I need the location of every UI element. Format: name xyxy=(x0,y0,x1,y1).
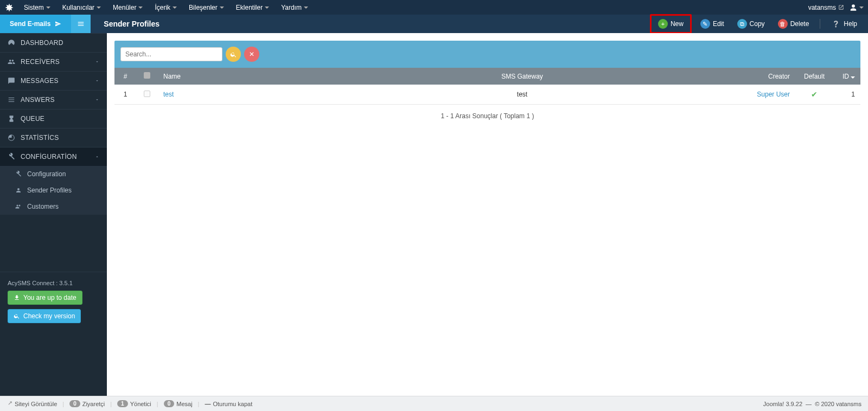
sidebar-item-label: QUEUE xyxy=(21,115,99,123)
menu-icerik[interactable]: İçerik xyxy=(149,2,182,14)
checkbox-all[interactable] xyxy=(144,72,150,79)
sidebar-sub-sender-profiles[interactable]: Sender Profiles xyxy=(0,182,107,198)
version-text: AcySMS Connect : 3.5.1 xyxy=(8,280,99,286)
profile-name-link[interactable]: test xyxy=(163,91,174,98)
user-icon xyxy=(850,4,857,11)
cell-gateway: test xyxy=(347,85,698,105)
send-icon xyxy=(55,21,61,27)
copy-icon: ⧉ xyxy=(737,19,747,29)
search-submit-button[interactable] xyxy=(226,47,241,62)
th-default[interactable]: Default xyxy=(795,68,833,85)
sidebar-sub-configuration[interactable]: Configuration xyxy=(0,166,107,182)
page-title: Sender Profiles xyxy=(104,20,159,28)
pencil-icon: ✎ xyxy=(700,19,710,29)
cell-name: test xyxy=(158,85,347,105)
cell-default[interactable]: ✔ xyxy=(795,85,833,105)
menu-menuler[interactable]: Menüler xyxy=(107,2,148,14)
caret-icon xyxy=(46,7,50,9)
visitors-badge: 0 xyxy=(69,400,80,407)
cell-id: 1 xyxy=(833,85,860,105)
caret-icon xyxy=(138,7,143,9)
th-checkbox[interactable] xyxy=(136,68,158,85)
chevron-down-icon xyxy=(95,60,99,64)
sidebar-item-configuration[interactable]: CONFİGURATİON xyxy=(0,147,107,166)
help-icon: ❔ xyxy=(831,19,841,29)
th-num[interactable]: # xyxy=(114,68,136,85)
help-button[interactable]: ❔ Help xyxy=(827,17,861,31)
send-emails-button[interactable]: Send E-mails xyxy=(0,15,71,33)
new-button[interactable]: + New xyxy=(654,17,688,31)
sidebar-item-queue[interactable]: QUEUE xyxy=(0,109,107,128)
customers-icon xyxy=(15,203,22,210)
copy-button[interactable]: ⧉ Copy xyxy=(733,17,769,31)
toolbar-separator xyxy=(820,19,820,29)
chevron-down-icon xyxy=(95,79,99,83)
download-icon xyxy=(14,294,20,301)
th-id[interactable]: ID xyxy=(833,68,860,85)
sidebar-item-label: DASHBOARD xyxy=(21,39,99,47)
visitors-link[interactable]: 0 Ziyaretçi xyxy=(69,400,105,407)
sidebar-item-dashboard[interactable]: DASHBOARD xyxy=(0,33,107,52)
th-creator[interactable]: Creator xyxy=(698,68,795,85)
collapse-icon xyxy=(77,20,85,28)
search-icon xyxy=(230,51,237,58)
admins-badge: 1 xyxy=(117,400,128,407)
sidebar-item-label: STATİSTİCS xyxy=(21,134,99,142)
up-to-date-button[interactable]: You are up to date xyxy=(8,291,82,305)
cell-num: 1 xyxy=(114,85,136,105)
th-gateway[interactable]: SMS Gateway xyxy=(347,68,698,85)
external-link-icon xyxy=(7,401,12,407)
cell-checkbox[interactable] xyxy=(136,85,158,105)
check-version-button[interactable]: Check my version xyxy=(8,309,81,323)
table-row: 1 test test Super User ✔ 1 xyxy=(114,85,860,105)
tools-icon xyxy=(15,171,22,177)
logout-link[interactable]: — Oturumu kapat xyxy=(205,401,252,407)
sidebar-item-label: RECEİVERS xyxy=(21,58,90,66)
menu-kullanicilar[interactable]: Kullanıcılar xyxy=(57,2,106,14)
sidebar-item-label: ANSWERS xyxy=(21,96,90,104)
messages-link[interactable]: 0 Mesaj xyxy=(164,400,193,407)
sidebar-item-answers[interactable]: ANSWERS xyxy=(0,90,107,109)
top-menu-bar: Sistem Kullanıcılar Menüler İçerik Bileş… xyxy=(0,0,868,15)
sidebar-sub-customers[interactable]: Customers xyxy=(0,198,107,215)
row-checkbox[interactable] xyxy=(144,91,150,97)
check-icon: ✔ xyxy=(811,90,818,99)
hourglass-icon xyxy=(8,115,15,123)
sidebar-sub-label: Customers xyxy=(27,203,59,210)
search-input[interactable] xyxy=(120,47,222,61)
sidebar-item-statistics[interactable]: STATİSTİCS xyxy=(0,128,107,147)
site-name-link[interactable]: vatansms xyxy=(808,4,844,11)
message-icon xyxy=(8,77,15,85)
caret-icon xyxy=(265,7,269,9)
caret-icon xyxy=(304,7,308,9)
delete-button[interactable]: 🗑 Delete xyxy=(774,17,814,31)
chevron-up-icon xyxy=(95,155,99,159)
menu-yardim[interactable]: Yardım xyxy=(276,2,314,14)
th-name[interactable]: Name xyxy=(158,68,347,85)
status-bar: Siteyi Görüntüle | 0 Ziyaretçi | 1 Yönet… xyxy=(0,396,868,411)
external-link-icon xyxy=(838,4,844,10)
users-icon xyxy=(8,58,15,66)
search-bar: ✕ xyxy=(114,41,860,68)
cell-creator: Super User xyxy=(698,85,795,105)
sidebar-collapse-button[interactable] xyxy=(71,15,91,33)
caret-icon xyxy=(173,7,177,9)
sidebar-item-receivers[interactable]: RECEİVERS xyxy=(0,52,107,71)
stats-icon xyxy=(8,134,15,142)
pagination-info: 1 - 1 Arası Sonuçlar ( Toplam 1 ) xyxy=(114,105,860,127)
menu-eklentiler[interactable]: Eklentiler xyxy=(231,2,275,14)
user-menu[interactable] xyxy=(850,4,864,11)
content-area: ✕ # Name SMS Gateway Creator Default ID … xyxy=(107,33,868,396)
messages-badge: 0 xyxy=(164,400,175,407)
menu-sistem[interactable]: Sistem xyxy=(18,2,56,14)
menu-bilesenler[interactable]: Bileşenler xyxy=(183,2,229,14)
search-icon xyxy=(14,313,20,319)
edit-button[interactable]: ✎ Edit xyxy=(696,17,729,31)
sidebar-item-messages[interactable]: MESSAGES xyxy=(0,71,107,90)
caret-icon xyxy=(859,7,864,9)
admins-link[interactable]: 1 Yönetici xyxy=(117,400,151,407)
highlight-new: + New xyxy=(650,14,692,34)
view-site-link[interactable]: Siteyi Görüntüle xyxy=(7,401,57,407)
creator-link[interactable]: Super User xyxy=(757,91,790,98)
search-clear-button[interactable]: ✕ xyxy=(244,47,259,62)
